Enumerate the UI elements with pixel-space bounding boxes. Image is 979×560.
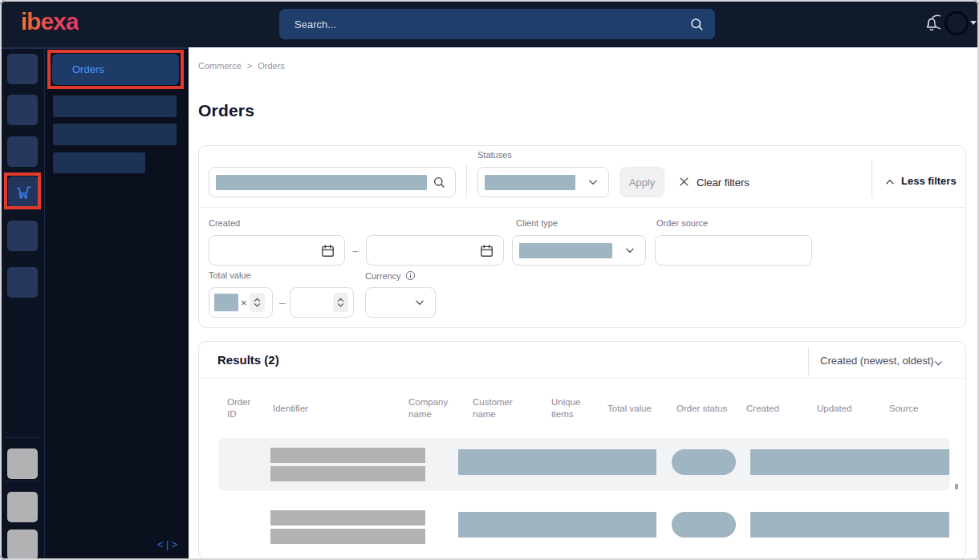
breadcrumb-item-commerce[interactable]: Commerce [198, 61, 242, 71]
column-header-created[interactable]: Created [746, 395, 794, 422]
column-header-identifier[interactable]: Identifier [273, 395, 369, 422]
sort-select[interactable]: Created (newest, oldest) [820, 355, 934, 367]
annotation-box-orders [47, 50, 184, 89]
global-search[interactable] [279, 9, 715, 39]
value-range-separator: – [279, 296, 286, 309]
nav-rail-item-5[interactable] [7, 221, 38, 251]
created-label: Created [209, 218, 240, 228]
results-title: Results (2) [217, 353, 279, 367]
chevron-down-icon[interactable] [933, 358, 944, 368]
calendar-icon[interactable] [320, 243, 335, 258]
nav-rail-item-3[interactable] [7, 136, 38, 167]
statuses-select[interactable] [477, 167, 609, 197]
redacted-cell-block [458, 512, 656, 538]
redacted-identifier-line [270, 529, 425, 544]
ibexa-logo[interactable]: ibexa [21, 8, 79, 35]
nav-rail-item-2[interactable] [7, 95, 38, 125]
filter-divider [871, 160, 872, 198]
clear-filters-icon[interactable] [678, 176, 690, 188]
rail-divider [5, 481, 40, 481]
column-header-company-name[interactable]: Company name [408, 395, 458, 422]
redacted-search-value [216, 175, 427, 190]
chevron-down-icon [414, 297, 425, 308]
results-divider [199, 378, 965, 379]
breadcrumb: Commerce > Orders [198, 61, 285, 71]
chevron-down-icon [624, 245, 636, 256]
redacted-min-value [214, 294, 238, 311]
column-header-source[interactable]: Source [889, 395, 933, 422]
total-value-max-input[interactable] [290, 287, 354, 318]
info-icon[interactable] [405, 270, 416, 281]
stepper-icon[interactable] [333, 293, 348, 312]
currency-label-row: Currency [365, 270, 416, 281]
redacted-identifier-line [270, 448, 425, 463]
search-icon[interactable] [433, 176, 445, 189]
clear-value-icon[interactable]: × [241, 297, 247, 309]
nav-rail-item-7[interactable] [7, 448, 38, 479]
page-title: Orders [198, 101, 254, 120]
column-header-total-value[interactable]: Total value [607, 395, 668, 422]
column-header-order-status[interactable]: Order status [676, 395, 741, 422]
total-value-min-input[interactable]: × [209, 287, 273, 318]
created-to-date-input[interactable] [366, 235, 504, 266]
sidebar-item-placeholder[interactable] [53, 152, 145, 173]
column-header-order-id[interactable]: Order ID [227, 395, 261, 422]
chevron-down-icon [587, 177, 599, 188]
order-source-input[interactable] [655, 235, 812, 266]
breadcrumb-item-orders[interactable]: Orders [258, 61, 285, 71]
topbar: ibexa [0, 0, 979, 47]
nav-rail-item-1[interactable] [7, 54, 38, 84]
redacted-cell-block [458, 449, 656, 475]
calendar-icon[interactable] [479, 243, 494, 258]
breadcrumb-separator: > [247, 61, 252, 71]
redacted-statuses-value [485, 175, 575, 190]
rail-divider [5, 437, 40, 438]
search-icon[interactable] [689, 17, 704, 31]
sidebar-item-placeholder[interactable] [53, 124, 177, 145]
redacted-client-type-value [519, 243, 612, 258]
filters-row-divider [199, 207, 965, 208]
created-from-date-input[interactable] [209, 235, 345, 266]
column-header-updated[interactable]: Updated [817, 395, 865, 422]
search-input[interactable] [293, 18, 689, 31]
app-window: ibexa Orders <|> C [0, 0, 979, 560]
column-header-customer-name[interactable]: Customer name [473, 395, 526, 422]
client-type-label: Client type [516, 218, 558, 228]
annotation-box-commerce [4, 172, 41, 209]
filter-search-input[interactable] [209, 167, 456, 197]
sidebar-item-placeholder[interactable] [53, 95, 177, 117]
stepper-icon[interactable] [250, 293, 265, 312]
client-type-select[interactable] [512, 235, 646, 266]
filter-divider [466, 165, 467, 198]
notifications-bell-icon[interactable] [923, 14, 940, 34]
total-value-label: Total value [209, 270, 251, 280]
currency-label: Currency [365, 271, 401, 281]
status-badge [672, 449, 736, 475]
redacted-cell-block [750, 449, 949, 475]
less-filters-button[interactable]: Less filters [901, 175, 957, 187]
nav-rail-item-8[interactable] [7, 492, 38, 522]
chevron-up-icon[interactable] [884, 177, 896, 188]
date-range-separator: – [352, 244, 359, 257]
redacted-identifier-line [270, 510, 425, 526]
nav-rail-item-9[interactable] [7, 530, 38, 560]
nav-rail-item-6[interactable] [7, 267, 38, 298]
order-source-label: Order source [656, 218, 708, 228]
statuses-label: Statuses [477, 150, 512, 160]
user-menu-caret-icon[interactable] [970, 21, 977, 25]
status-badge [672, 512, 736, 538]
currency-select[interactable] [365, 287, 436, 318]
user-avatar[interactable] [944, 11, 969, 35]
column-header-unique-items[interactable]: Unique items [551, 395, 588, 422]
scrollbar-nub[interactable] [955, 484, 958, 489]
results-header-divider [808, 347, 809, 375]
sidebar-collapse-icon[interactable]: <|> [157, 539, 178, 551]
redacted-identifier-line [270, 466, 425, 481]
apply-button[interactable]: Apply [619, 167, 664, 197]
redacted-cell-block [750, 512, 949, 538]
clear-filters-button[interactable]: Clear filters [697, 177, 749, 189]
